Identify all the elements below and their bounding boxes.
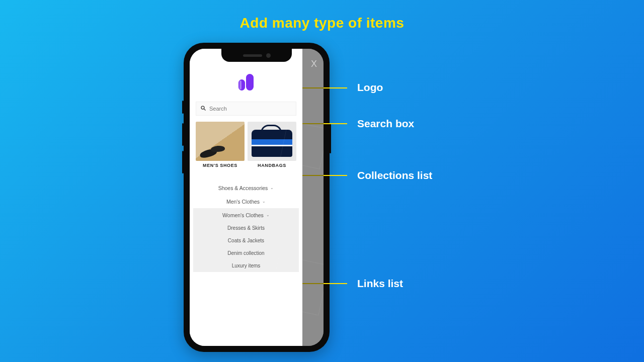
link-label: Men's Clothes (226, 199, 260, 205)
drawer-backdrop[interactable] (302, 49, 324, 346)
sublink-dresses-skirts[interactable]: Dresses & Skirts (193, 222, 299, 234)
phone-mock: X Search (184, 43, 330, 352)
svg-line-1 (204, 109, 206, 111)
chevron-down-icon: ⌄ (266, 213, 270, 217)
chevron-down-icon: ⌄ (262, 199, 266, 204)
callout-collections: Collections list (357, 169, 432, 182)
close-icon[interactable]: X (311, 59, 317, 69)
phone-side-button (182, 151, 184, 173)
search-input[interactable]: Search (196, 102, 296, 116)
link-label: Shoes & Accessories (218, 185, 268, 191)
callout-search: Search box (357, 118, 414, 130)
link-womens-clothes[interactable]: Women's Clothes ⌄ (193, 208, 299, 222)
phone-side-button (182, 101, 184, 114)
collection-label: MEN'S SHOES (203, 163, 237, 168)
svg-point-0 (201, 106, 204, 109)
slide-stage: Add many type of items X (0, 0, 644, 362)
phone-screen: X Search (190, 49, 324, 346)
app-logo[interactable] (238, 74, 254, 90)
slide-title: Add many type of items (0, 15, 644, 31)
sublink-coats-jackets[interactable]: Coats & Jackets (193, 234, 299, 247)
link-label: Luxury items (232, 263, 261, 268)
search-placeholder: Search (209, 106, 227, 112)
collection-label: HANDBAGS (258, 163, 286, 168)
collection-mens-shoes[interactable]: MEN'S SHOES (196, 122, 245, 168)
link-label: Dresses & Skirts (227, 225, 265, 231)
phone-side-button (330, 123, 331, 153)
link-mens-clothes[interactable]: Men's Clothes ⌄ (193, 195, 299, 208)
collection-thumb (196, 122, 245, 161)
link-label: Coats & Jackets (228, 238, 264, 243)
callout-logo: Logo (357, 81, 383, 94)
phone-notch (221, 49, 292, 62)
link-shoes-accessories[interactable]: Shoes & Accessories ⌄ (193, 181, 299, 195)
chevron-down-icon: ⌄ (270, 186, 274, 190)
link-label: Women's Clothes (222, 212, 264, 218)
phone-side-button (182, 123, 184, 146)
search-icon (200, 105, 206, 112)
link-label: Denim collection (227, 250, 264, 256)
callout-links: Links list (357, 278, 403, 290)
